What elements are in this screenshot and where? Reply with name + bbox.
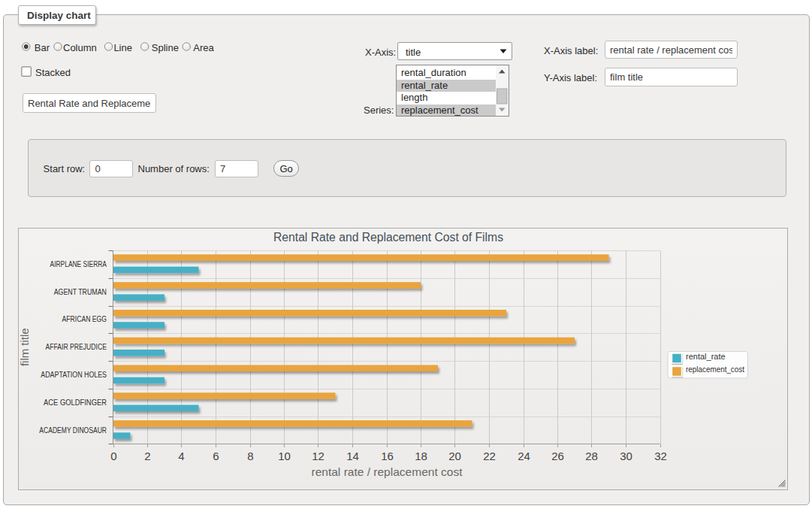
- svg-text:8: 8: [247, 450, 253, 462]
- svg-text:replacement_cost: replacement_cost: [686, 365, 744, 374]
- svg-text:10: 10: [278, 450, 291, 462]
- svg-text:Rental Rate and Replacement Co: Rental Rate and Replacement Cost of Film…: [273, 231, 503, 244]
- svg-text:28: 28: [585, 450, 598, 462]
- svg-text:AGENT TRUMAN: AGENT TRUMAN: [54, 288, 107, 296]
- svg-text:16: 16: [381, 450, 394, 462]
- svg-text:ADAPTATION HOLES: ADAPTATION HOLES: [41, 371, 107, 379]
- svg-text:AFFAIR PREJUDICE: AFFAIR PREJUDICE: [45, 343, 107, 351]
- svg-text:6: 6: [213, 450, 219, 462]
- svg-text:14: 14: [346, 450, 359, 462]
- svg-text:32: 32: [654, 450, 667, 462]
- svg-text:0: 0: [110, 450, 116, 462]
- svg-text:rental_rate: rental_rate: [686, 352, 726, 361]
- svg-text:20: 20: [448, 450, 461, 462]
- svg-text:24: 24: [518, 450, 530, 462]
- svg-text:26: 26: [551, 450, 564, 462]
- svg-text:18: 18: [415, 450, 427, 462]
- svg-text:AFRICAN EGG: AFRICAN EGG: [62, 315, 107, 323]
- svg-text:film title: film title: [19, 328, 32, 366]
- svg-text:ACADEMY DINOSAUR: ACADEMY DINOSAUR: [39, 426, 107, 435]
- svg-text:ACE GOLDFINGER: ACE GOLDFINGER: [44, 398, 107, 407]
- svg-text:2: 2: [144, 450, 150, 462]
- svg-text:rental rate / replacement cost: rental rate / replacement cost: [312, 465, 463, 478]
- svg-text:4: 4: [178, 450, 184, 462]
- svg-text:AIRPLANE SIERRA: AIRPLANE SIERRA: [50, 260, 107, 268]
- svg-text:22: 22: [483, 450, 496, 462]
- svg-text:12: 12: [312, 450, 324, 462]
- svg-text:30: 30: [620, 450, 632, 462]
